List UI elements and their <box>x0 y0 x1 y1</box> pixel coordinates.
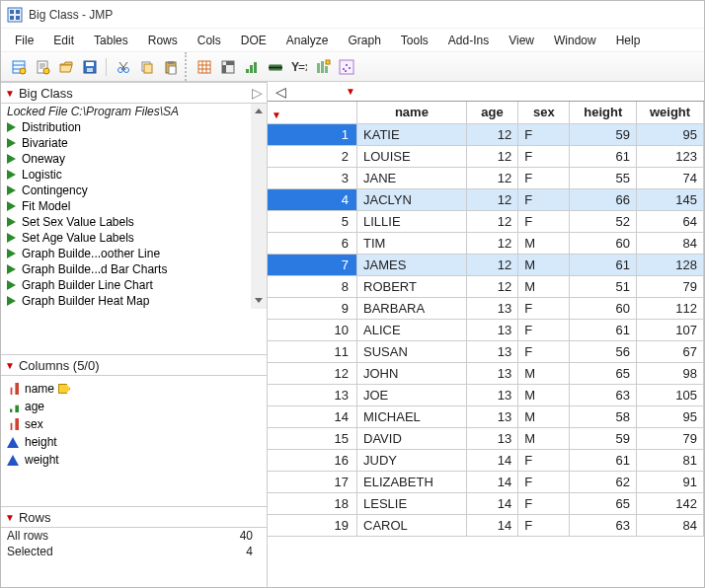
cell-age[interactable]: 12 <box>466 210 517 232</box>
column-item-height[interactable]: height <box>7 433 261 451</box>
row-number[interactable]: 14 <box>268 405 357 427</box>
script-item[interactable]: Set Sex Value Labels <box>1 214 251 230</box>
script-item[interactable]: Contingency <box>1 183 251 198</box>
open-icon[interactable] <box>55 56 77 78</box>
table-row[interactable]: 9BARBARA13F60112 <box>268 297 704 319</box>
table-row[interactable]: 8ROBERT12M5179 <box>268 275 704 297</box>
cell-sex[interactable]: F <box>518 188 570 210</box>
cell-name[interactable]: DAVID <box>357 427 467 449</box>
distribution-icon[interactable] <box>241 56 263 78</box>
cell-name[interactable]: TIM <box>357 232 467 254</box>
row-number[interactable]: 1 <box>268 123 357 145</box>
cell-weight[interactable]: 84 <box>637 514 704 536</box>
cell-sex[interactable]: M <box>518 232 570 254</box>
cell-height[interactable]: 61 <box>570 254 637 275</box>
cell-weight[interactable]: 81 <box>637 449 704 471</box>
table-panel-header[interactable]: ▼ Big Class ▷ <box>1 82 267 104</box>
copy-icon[interactable] <box>136 56 158 78</box>
script-item[interactable]: Graph Builder Heat Map <box>1 293 251 309</box>
red-triangle-icon[interactable]: ▼ <box>5 360 15 371</box>
cell-age[interactable]: 12 <box>466 123 517 145</box>
script-item[interactable]: Graph Builde...d Bar Charts <box>1 261 251 277</box>
cell-age[interactable]: 13 <box>466 297 517 319</box>
table-row[interactable]: 10ALICE13F61107 <box>268 319 704 340</box>
cell-weight[interactable]: 145 <box>637 188 704 210</box>
menu-analyze[interactable]: Analyze <box>276 31 339 50</box>
cell-height[interactable]: 56 <box>570 340 637 362</box>
cell-sex[interactable]: F <box>518 514 570 536</box>
row-number[interactable]: 11 <box>268 340 357 362</box>
cell-weight[interactable]: 64 <box>637 210 704 232</box>
column-header-age[interactable]: age <box>466 102 517 123</box>
table-row[interactable]: 16JUDY14F6181 <box>268 449 704 471</box>
table-row[interactable]: 19CAROL14F6384 <box>268 514 704 536</box>
paste-icon[interactable] <box>160 56 182 78</box>
cell-height[interactable]: 61 <box>570 145 637 167</box>
cell-name[interactable]: ELIZABETH <box>357 471 467 492</box>
cell-age[interactable]: 14 <box>466 471 517 492</box>
cell-height[interactable]: 63 <box>570 514 637 536</box>
cell-height[interactable]: 65 <box>570 362 637 384</box>
menu-tables[interactable]: Tables <box>84 31 138 50</box>
columns-hotspot-icon[interactable]: ▼ <box>346 86 355 97</box>
new-data-table-icon[interactable] <box>8 56 30 78</box>
table-row[interactable]: 5LILLIE12F5264 <box>268 210 704 232</box>
menu-addins[interactable]: Add-Ins <box>438 31 499 50</box>
cell-weight[interactable]: 95 <box>637 405 704 427</box>
column-item-name[interactable]: name <box>7 380 261 398</box>
script-item[interactable]: Logistic <box>1 167 251 183</box>
cell-age[interactable]: 12 <box>466 145 517 167</box>
scroll-left-icon[interactable]: ◁ <box>275 84 286 100</box>
cell-sex[interactable]: F <box>518 210 570 232</box>
cell-age[interactable]: 14 <box>466 492 517 514</box>
cell-name[interactable]: JAMES <box>357 254 467 275</box>
row-number[interactable]: 4 <box>268 188 357 210</box>
grid-corner[interactable]: ▼ <box>268 102 357 123</box>
data-table-icon[interactable] <box>194 56 215 78</box>
cell-height[interactable]: 59 <box>570 427 637 449</box>
cell-name[interactable]: ALICE <box>357 319 467 340</box>
table-row[interactable]: 12JOHN13M6598 <box>268 362 704 384</box>
cell-age[interactable]: 13 <box>466 340 517 362</box>
row-number[interactable]: 19 <box>268 514 357 536</box>
cell-weight[interactable]: 84 <box>637 232 704 254</box>
cell-sex[interactable]: F <box>518 340 570 362</box>
cell-weight[interactable]: 74 <box>637 167 704 188</box>
rows-panel-header[interactable]: ▼ Rows <box>1 506 267 528</box>
columns-panel-header[interactable]: ▼ Columns (5/0) <box>1 354 267 376</box>
data-grid-scroll[interactable]: ▼nameagesexheightweight1KATIE12F59952LOU… <box>268 102 704 587</box>
cell-weight[interactable]: 142 <box>637 492 704 514</box>
table-row[interactable]: 6TIM12M6084 <box>268 232 704 254</box>
table-row[interactable]: 7JAMES12M61128 <box>268 254 704 275</box>
row-number[interactable]: 9 <box>268 297 357 319</box>
column-header-height[interactable]: height <box>570 102 637 123</box>
fit-y-by-x-icon[interactable] <box>265 56 286 78</box>
table-row[interactable]: 4JACLYN12F66145 <box>268 188 704 210</box>
cell-age[interactable]: 12 <box>466 275 517 297</box>
cell-name[interactable]: JANE <box>357 167 467 188</box>
rows-stat-selected[interactable]: Selected4 <box>1 544 267 559</box>
menu-cols[interactable]: Cols <box>188 31 231 50</box>
script-item[interactable]: Fit Model <box>1 198 251 214</box>
cell-height[interactable]: 52 <box>570 210 637 232</box>
column-item-sex[interactable]: sex <box>7 415 261 433</box>
row-number[interactable]: 18 <box>268 492 357 514</box>
row-number[interactable]: 8 <box>268 275 357 297</box>
cell-age[interactable]: 12 <box>466 254 517 275</box>
fit-model-icon[interactable]: Y=x <box>288 56 310 78</box>
cell-height[interactable]: 61 <box>570 319 637 340</box>
graph-builder-icon[interactable] <box>312 56 334 78</box>
menu-tools[interactable]: Tools <box>391 31 438 50</box>
scroll-down-icon[interactable] <box>251 293 267 309</box>
cell-sex[interactable]: F <box>518 319 570 340</box>
data-grid[interactable]: ▼nameagesexheightweight1KATIE12F59952LOU… <box>268 102 704 537</box>
table-row[interactable]: 1KATIE12F5995 <box>268 123 704 145</box>
table-row[interactable]: 2LOUISE12F61123 <box>268 145 704 167</box>
cell-weight[interactable]: 79 <box>637 427 704 449</box>
menu-doe[interactable]: DOE <box>231 31 276 50</box>
cell-sex[interactable]: M <box>518 384 570 405</box>
table-row[interactable]: 14MICHAEL13M5895 <box>268 405 704 427</box>
row-number[interactable]: 17 <box>268 471 357 492</box>
cell-height[interactable]: 59 <box>570 123 637 145</box>
cell-weight[interactable]: 67 <box>637 340 704 362</box>
